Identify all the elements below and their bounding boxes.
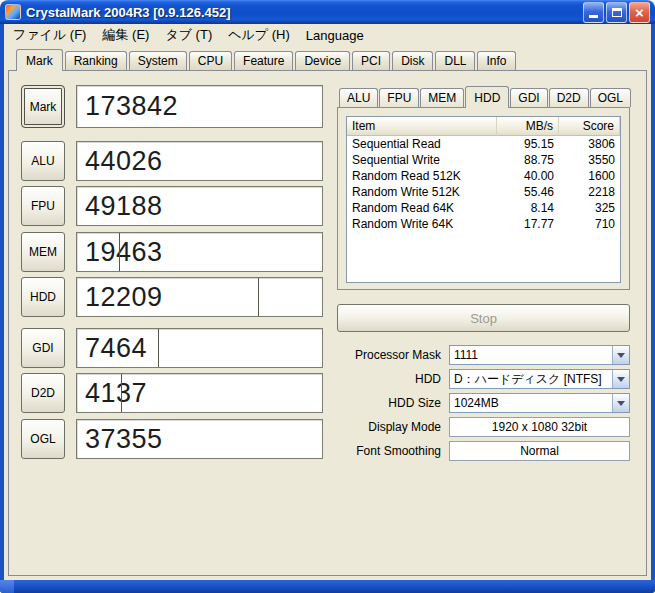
tab-ranking[interactable]: Ranking xyxy=(65,51,127,70)
window-frame: ファイル (F) 編集 (E) タブ (T) ヘルプ (H) Language … xyxy=(0,24,655,580)
fpu-benchmark-button[interactable]: FPU xyxy=(21,186,65,226)
tab-system[interactable]: System xyxy=(129,51,187,70)
cell-item: Random Write 64K xyxy=(347,216,497,232)
client-area: Mark Ranking System CPU Feature Device P… xyxy=(4,46,651,580)
cell-score: 3550 xyxy=(559,152,620,168)
main-tabstrip: Mark Ranking System CPU Feature Device P… xyxy=(8,46,647,70)
tab-feature[interactable]: Feature xyxy=(234,51,293,70)
processor-mask-label: Processor Mask xyxy=(337,348,449,362)
subtab-fpu[interactable]: FPU xyxy=(379,88,419,107)
tab-mark[interactable]: Mark xyxy=(16,49,63,71)
cell-item: Sequential Write xyxy=(347,152,497,168)
menu-tab[interactable]: タブ (T) xyxy=(157,24,220,47)
tab-pci[interactable]: PCI xyxy=(352,51,390,70)
subtab-gdi[interactable]: GDI xyxy=(510,88,547,107)
table-row: Random Write 512K 55.46 2218 xyxy=(347,184,620,200)
progress-marker xyxy=(119,233,120,271)
alu-benchmark-button[interactable]: ALU xyxy=(21,141,65,181)
column-header-mbs[interactable]: MB/s xyxy=(497,117,559,136)
subtab-mem[interactable]: MEM xyxy=(420,88,464,107)
ogl-benchmark-button[interactable]: OGL xyxy=(21,419,65,459)
hdd-score-display: 12209 xyxy=(76,277,323,317)
setting-hdd-size: HDD Size 1024MB xyxy=(337,393,630,413)
ogl-score-display: 37355 xyxy=(76,419,323,459)
table-row: Sequential Write 88.75 3550 xyxy=(347,152,620,168)
table-header: Item MB/s Score xyxy=(347,117,620,136)
benchmark-row-mark: Mark 173842 xyxy=(21,85,323,128)
subtab-alu[interactable]: ALU xyxy=(339,88,378,107)
window-title: CrystalMark 2004R3 [0.9.126.452] xyxy=(26,5,578,20)
subtab-d2d[interactable]: D2D xyxy=(549,88,589,107)
stop-button[interactable]: Stop xyxy=(337,304,630,332)
mark-benchmark-button[interactable]: Mark xyxy=(21,85,65,128)
menu-bar: ファイル (F) 編集 (E) タブ (T) ヘルプ (H) Language xyxy=(4,24,651,46)
close-icon: × xyxy=(635,5,644,20)
tab-cpu[interactable]: CPU xyxy=(189,51,232,70)
d2d-benchmark-button[interactable]: D2D xyxy=(21,373,65,413)
setting-hdd: HDD D：ハードディスク [NTFS] xyxy=(337,369,630,389)
fpu-score-value: 49188 xyxy=(85,191,163,222)
setting-display-mode: Display Mode 1920 x 1080 32bit xyxy=(337,417,630,437)
mem-benchmark-button[interactable]: MEM xyxy=(21,232,65,272)
hdd-value: D：ハードディスク [NTFS] xyxy=(454,371,602,388)
gdi-score-value: 7464 xyxy=(85,333,147,364)
ogl-score-value: 37355 xyxy=(85,424,163,455)
hdd-benchmark-button[interactable]: HDD xyxy=(21,277,65,317)
chevron-down-icon[interactable] xyxy=(612,394,629,412)
hdd-score-value: 12209 xyxy=(85,282,163,313)
subtab-ogl[interactable]: OGL xyxy=(590,88,631,107)
processor-mask-dropdown[interactable]: 1111 xyxy=(449,345,630,365)
gdi-benchmark-button[interactable]: GDI xyxy=(21,328,65,368)
minimize-button[interactable] xyxy=(583,2,604,23)
benchmark-row-d2d: D2D 4137 xyxy=(21,373,323,413)
alu-score-display: 44026 xyxy=(76,141,323,181)
tab-device[interactable]: Device xyxy=(295,51,350,70)
benchmark-row-hdd: HDD 12209 xyxy=(21,277,323,317)
benchmark-row-gdi: GDI 7464 xyxy=(21,328,323,368)
cell-mbs: 88.75 xyxy=(497,152,559,168)
hdd-size-label: HDD Size xyxy=(337,396,449,410)
benchmark-row-ogl: OGL 37355 xyxy=(21,419,323,459)
cell-mbs: 17.77 xyxy=(497,216,559,232)
app-window: CrystalMark 2004R3 [0.9.126.452] × ファイル … xyxy=(0,0,655,593)
gdi-score-display: 7464 xyxy=(76,328,323,368)
menu-file[interactable]: ファイル (F) xyxy=(5,24,94,47)
menu-help[interactable]: ヘルプ (H) xyxy=(220,24,298,47)
progress-marker xyxy=(121,374,122,412)
close-button[interactable]: × xyxy=(629,2,650,23)
benchmark-score-column: Mark 173842 ALU 44026 xyxy=(21,85,323,575)
progress-marker xyxy=(258,278,259,316)
benchmark-row-alu: ALU 44026 xyxy=(21,141,323,181)
mem-score-value: 19463 xyxy=(85,237,163,268)
tab-disk[interactable]: Disk xyxy=(392,51,433,70)
subtab-hdd[interactable]: HDD xyxy=(465,86,509,108)
cell-item: Random Read 64K xyxy=(347,200,497,216)
font-smoothing-label: Font Smoothing xyxy=(337,444,449,458)
cell-score: 1600 xyxy=(559,168,620,184)
column-header-item[interactable]: Item xyxy=(347,117,497,136)
alu-score-value: 44026 xyxy=(85,146,163,177)
app-icon xyxy=(5,4,21,20)
maximize-button[interactable] xyxy=(606,2,627,23)
tab-dll[interactable]: DLL xyxy=(435,51,475,70)
cell-item: Sequential Read xyxy=(347,136,497,152)
cell-mbs: 55.46 xyxy=(497,184,559,200)
cell-item: Random Write 512K xyxy=(347,184,497,200)
column-header-score[interactable]: Score xyxy=(559,117,620,136)
d2d-score-value: 4137 xyxy=(85,378,147,409)
chevron-down-icon[interactable] xyxy=(612,370,629,388)
titlebar: CrystalMark 2004R3 [0.9.126.452] × xyxy=(0,0,655,24)
table-row: Sequential Read 95.15 3806 xyxy=(347,136,620,152)
cell-score: 325 xyxy=(559,200,620,216)
tab-info[interactable]: Info xyxy=(477,51,515,70)
benchmark-row-fpu: FPU 49188 xyxy=(21,186,323,226)
menu-language[interactable]: Language xyxy=(298,25,372,46)
hdd-size-value: 1024MB xyxy=(454,396,499,410)
chevron-down-icon[interactable] xyxy=(612,346,629,364)
hdd-size-dropdown[interactable]: 1024MB xyxy=(449,393,630,413)
hdd-dropdown[interactable]: D：ハードディスク [NTFS] xyxy=(449,369,630,389)
menu-edit[interactable]: 編集 (E) xyxy=(94,24,157,47)
minimize-icon xyxy=(589,15,598,18)
table-row: Random Read 512K 40.00 1600 xyxy=(347,168,620,184)
setting-font-smoothing: Font Smoothing Normal xyxy=(337,441,630,461)
